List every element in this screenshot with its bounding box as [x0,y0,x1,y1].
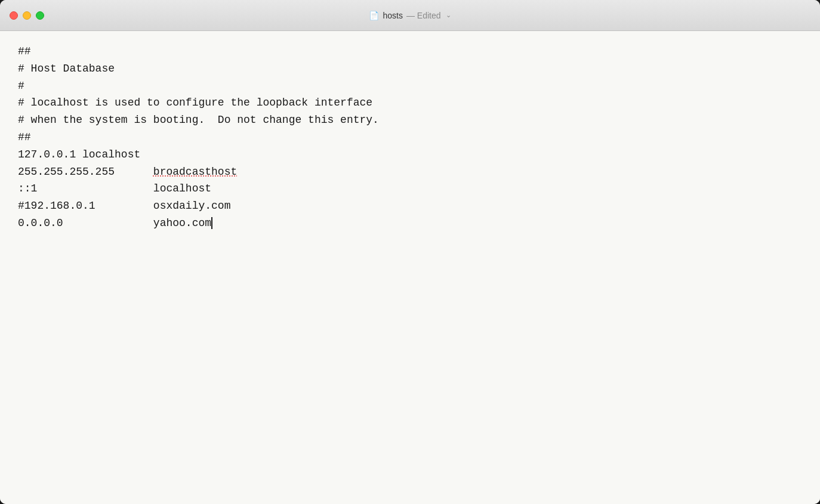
text-cursor [211,217,212,229]
edited-label: — Edited [406,11,441,20]
traffic-lights [10,11,44,20]
app-window: 📄 hosts — Edited ⌄ ## # Host Database # … [0,0,820,504]
document-icon: 📄 [369,11,379,20]
line-7: 127.0.0.1 localhost [18,146,802,163]
line-6: ## [18,129,802,146]
chevron-down-icon[interactable]: ⌄ [446,11,451,19]
line-5: # when the system is booting. Do not cha… [18,112,802,129]
window-title: hosts [383,11,402,20]
maximize-button[interactable] [36,11,44,20]
line-2: # Host Database [18,60,802,78]
line-4: # localhost is used to configure the loo… [18,94,802,112]
title-area: 📄 hosts — Edited ⌄ [369,11,451,20]
text-editor[interactable]: ## # Host Database # # localhost is used… [0,31,820,504]
line-8: 255.255.255.255 broadcasthost [18,163,802,181]
titlebar: 📄 hosts — Edited ⌄ [0,0,820,31]
minimize-button[interactable] [23,11,31,20]
line-9: ::1 localhost [18,180,802,197]
broadcasthost-word: broadcasthost [153,166,237,178]
line-11: 0.0.0.0 yahoo.com [18,215,802,232]
close-button[interactable] [10,11,18,20]
line-1: ## [18,43,802,60]
line-10: #192.168.0.1 osxdaily.com [18,197,802,215]
line-3: # [18,78,802,95]
